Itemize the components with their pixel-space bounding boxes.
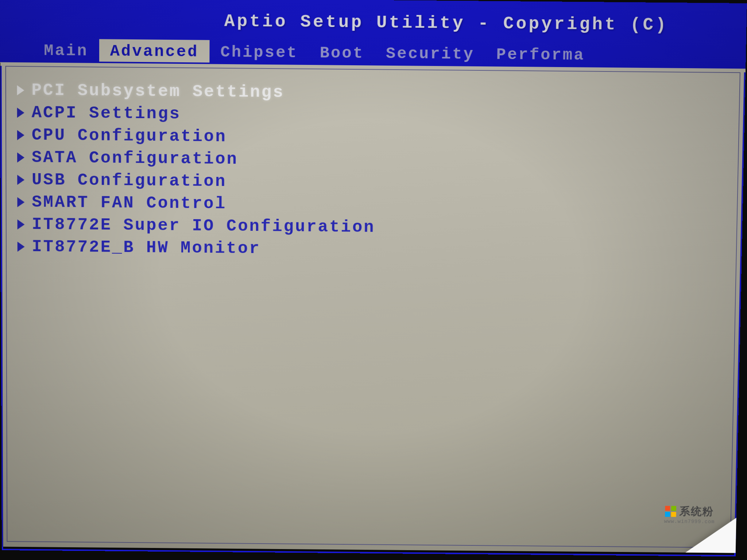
submenu-arrow-icon: [17, 152, 24, 163]
submenu-arrow-icon: [18, 219, 25, 230]
submenu-arrow-icon: [17, 197, 24, 207]
tab-advanced[interactable]: Advanced: [99, 39, 210, 62]
menu-label: SMART FAN Control: [32, 193, 227, 213]
menu-label: IT8772E Super IO Configuration: [32, 215, 375, 237]
logo-square: [671, 512, 676, 517]
menu-label: CPU Configuration: [32, 126, 227, 146]
logo-square: [665, 512, 670, 517]
tab-boot[interactable]: Boot: [309, 41, 375, 64]
tab-performance[interactable]: Performa: [485, 42, 596, 66]
menu-label: USB Configuration: [32, 171, 227, 191]
bios-header: Aptio Setup Utility - Copyright (C) Main…: [0, 0, 747, 69]
menu-label: SATA Configuration: [32, 148, 238, 169]
menu-label: ACPI Settings: [32, 104, 181, 124]
logo-square: [665, 506, 670, 511]
submenu-arrow-icon: [17, 130, 24, 140]
watermark-url: www.win7999.com: [664, 518, 715, 525]
watermark-text: 系统粉: [680, 504, 714, 519]
tab-security[interactable]: Security: [375, 42, 485, 65]
tab-bar: Main Advanced Chipset Boot Security Perf…: [0, 38, 746, 67]
advanced-menu-list: PCI Subsystem Settings ACPI Settings CPU…: [17, 79, 729, 264]
content-outer-border: PCI Subsystem Settings ACPI Settings CPU…: [0, 66, 746, 557]
logo-square: [671, 506, 677, 511]
submenu-arrow-icon: [17, 175, 24, 185]
watermark-row: 系统粉: [665, 504, 714, 519]
microsoft-logo-icon: [665, 506, 677, 517]
menu-label: IT8772E_B HW Monitor: [32, 237, 260, 258]
watermark: 系统粉 www.win7999.com: [664, 504, 715, 525]
tab-main[interactable]: Main: [33, 39, 99, 62]
bios-title: Aptio Setup Utility - Copyright (C): [0, 4, 747, 36]
bios-screen: Aptio Setup Utility - Copyright (C) Main…: [0, 0, 747, 553]
submenu-arrow-icon: [17, 85, 24, 96]
tab-chipset[interactable]: Chipset: [209, 40, 309, 63]
content-panel: PCI Subsystem Settings ACPI Settings CPU…: [5, 66, 740, 548]
menu-label: PCI Subsystem Settings: [31, 81, 285, 102]
submenu-arrow-icon: [18, 242, 25, 252]
submenu-arrow-icon: [17, 108, 24, 118]
